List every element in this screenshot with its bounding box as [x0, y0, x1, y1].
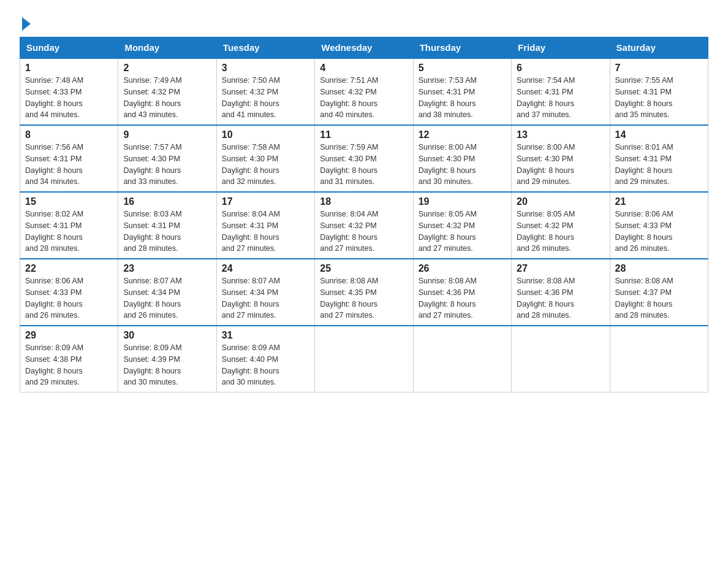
weekday-header-friday: Friday	[512, 37, 610, 59]
day-info: Sunrise: 7:55 AMSunset: 4:31 PMDaylight:…	[615, 75, 703, 121]
day-info: Sunrise: 8:03 AMSunset: 4:31 PMDaylight:…	[123, 209, 211, 255]
day-info: Sunrise: 8:06 AMSunset: 4:33 PMDaylight:…	[25, 275, 113, 321]
day-number: 16	[123, 196, 211, 207]
page-header	[20, 15, 708, 31]
day-number: 5	[419, 63, 506, 74]
calendar-body: 1 Sunrise: 7:48 AMSunset: 4:33 PMDayligh…	[20, 58, 708, 393]
day-info: Sunrise: 8:05 AMSunset: 4:32 PMDaylight:…	[419, 209, 506, 255]
day-info: Sunrise: 8:01 AMSunset: 4:31 PMDaylight:…	[615, 142, 703, 188]
weekday-header-monday: Monday	[118, 37, 216, 59]
calendar-cell: 31 Sunrise: 8:09 AMSunset: 4:40 PMDaylig…	[216, 326, 314, 393]
day-number: 13	[517, 129, 604, 140]
day-number: 2	[123, 63, 211, 74]
day-number: 19	[419, 196, 506, 207]
calendar-cell: 24 Sunrise: 8:07 AMSunset: 4:34 PMDaylig…	[216, 259, 314, 326]
day-number: 20	[517, 196, 604, 207]
day-number: 22	[25, 263, 113, 274]
calendar-cell: 6 Sunrise: 7:54 AMSunset: 4:31 PMDayligh…	[512, 58, 610, 125]
calendar-week-3: 15 Sunrise: 8:02 AMSunset: 4:31 PMDaylig…	[20, 192, 708, 259]
calendar-cell: 12 Sunrise: 8:00 AMSunset: 4:30 PMDaylig…	[413, 125, 511, 192]
day-number: 23	[123, 263, 211, 274]
calendar-cell: 30 Sunrise: 8:09 AMSunset: 4:39 PMDaylig…	[118, 326, 216, 393]
day-info: Sunrise: 8:08 AMSunset: 4:37 PMDaylight:…	[615, 275, 703, 321]
calendar-week-5: 29 Sunrise: 8:09 AMSunset: 4:38 PMDaylig…	[20, 326, 708, 393]
day-info: Sunrise: 7:53 AMSunset: 4:31 PMDaylight:…	[419, 75, 506, 121]
day-info: Sunrise: 8:09 AMSunset: 4:40 PMDaylight:…	[222, 342, 309, 388]
day-info: Sunrise: 8:06 AMSunset: 4:33 PMDaylight:…	[615, 209, 703, 255]
day-info: Sunrise: 7:56 AMSunset: 4:31 PMDaylight:…	[25, 142, 113, 188]
calendar-cell: 29 Sunrise: 8:09 AMSunset: 4:38 PMDaylig…	[20, 326, 118, 393]
calendar-header-row: SundayMondayTuesdayWednesdayThursdayFrid…	[20, 37, 708, 59]
day-number: 9	[123, 129, 211, 140]
calendar-week-1: 1 Sunrise: 7:48 AMSunset: 4:33 PMDayligh…	[20, 58, 708, 125]
day-info: Sunrise: 8:08 AMSunset: 4:36 PMDaylight:…	[419, 275, 506, 321]
weekday-header-wednesday: Wednesday	[315, 37, 413, 59]
day-info: Sunrise: 8:07 AMSunset: 4:34 PMDaylight:…	[123, 275, 211, 321]
day-info: Sunrise: 7:51 AMSunset: 4:32 PMDaylight:…	[320, 75, 408, 121]
weekday-header-sunday: Sunday	[20, 37, 118, 59]
calendar-cell: 13 Sunrise: 8:00 AMSunset: 4:30 PMDaylig…	[512, 125, 610, 192]
day-number: 18	[320, 196, 408, 207]
weekday-header-tuesday: Tuesday	[216, 37, 314, 59]
day-number: 21	[615, 196, 703, 207]
day-info: Sunrise: 8:08 AMSunset: 4:36 PMDaylight:…	[517, 275, 604, 321]
calendar-cell: 17 Sunrise: 8:04 AMSunset: 4:31 PMDaylig…	[216, 192, 314, 259]
calendar-cell: 25 Sunrise: 8:08 AMSunset: 4:35 PMDaylig…	[315, 259, 413, 326]
calendar-cell: 23 Sunrise: 8:07 AMSunset: 4:34 PMDaylig…	[118, 259, 216, 326]
calendar-cell: 16 Sunrise: 8:03 AMSunset: 4:31 PMDaylig…	[118, 192, 216, 259]
calendar-week-2: 8 Sunrise: 7:56 AMSunset: 4:31 PMDayligh…	[20, 125, 708, 192]
calendar-cell: 1 Sunrise: 7:48 AMSunset: 4:33 PMDayligh…	[20, 58, 118, 125]
calendar-cell	[413, 326, 511, 393]
day-number: 15	[25, 196, 113, 207]
calendar-cell: 19 Sunrise: 8:05 AMSunset: 4:32 PMDaylig…	[413, 192, 511, 259]
day-number: 14	[615, 129, 703, 140]
day-info: Sunrise: 8:09 AMSunset: 4:38 PMDaylight:…	[25, 342, 113, 388]
day-info: Sunrise: 7:57 AMSunset: 4:30 PMDaylight:…	[123, 142, 211, 188]
day-number: 25	[320, 263, 408, 274]
day-info: Sunrise: 7:48 AMSunset: 4:33 PMDaylight:…	[25, 75, 113, 121]
calendar-cell: 26 Sunrise: 8:08 AMSunset: 4:36 PMDaylig…	[413, 259, 511, 326]
day-number: 10	[222, 129, 309, 140]
day-number: 7	[615, 63, 703, 74]
day-info: Sunrise: 8:04 AMSunset: 4:32 PMDaylight:…	[320, 209, 408, 255]
day-number: 3	[222, 63, 309, 74]
day-number: 12	[419, 129, 506, 140]
day-info: Sunrise: 8:09 AMSunset: 4:39 PMDaylight:…	[123, 342, 211, 388]
calendar-cell: 22 Sunrise: 8:06 AMSunset: 4:33 PMDaylig…	[20, 259, 118, 326]
day-number: 26	[419, 263, 506, 274]
calendar-cell: 14 Sunrise: 8:01 AMSunset: 4:31 PMDaylig…	[610, 125, 708, 192]
day-number: 24	[222, 263, 309, 274]
day-number: 27	[517, 263, 604, 274]
calendar-cell: 10 Sunrise: 7:58 AMSunset: 4:30 PMDaylig…	[216, 125, 314, 192]
calendar-cell	[315, 326, 413, 393]
calendar-cell: 8 Sunrise: 7:56 AMSunset: 4:31 PMDayligh…	[20, 125, 118, 192]
calendar-cell: 5 Sunrise: 7:53 AMSunset: 4:31 PMDayligh…	[413, 58, 511, 125]
calendar-cell: 28 Sunrise: 8:08 AMSunset: 4:37 PMDaylig…	[610, 259, 708, 326]
logo-triangle-icon	[22, 17, 31, 31]
day-info: Sunrise: 7:50 AMSunset: 4:32 PMDaylight:…	[222, 75, 309, 121]
day-info: Sunrise: 8:00 AMSunset: 4:30 PMDaylight:…	[517, 142, 604, 188]
calendar-cell: 2 Sunrise: 7:49 AMSunset: 4:32 PMDayligh…	[118, 58, 216, 125]
weekday-header-thursday: Thursday	[413, 37, 511, 59]
day-info: Sunrise: 7:54 AMSunset: 4:31 PMDaylight:…	[517, 75, 604, 121]
day-number: 28	[615, 263, 703, 274]
calendar-cell: 3 Sunrise: 7:50 AMSunset: 4:32 PMDayligh…	[216, 58, 314, 125]
calendar-cell: 9 Sunrise: 7:57 AMSunset: 4:30 PMDayligh…	[118, 125, 216, 192]
weekday-header-saturday: Saturday	[610, 37, 708, 59]
day-number: 31	[222, 330, 309, 341]
logo	[20, 15, 31, 31]
day-number: 1	[25, 63, 113, 74]
day-info: Sunrise: 7:59 AMSunset: 4:30 PMDaylight:…	[320, 142, 408, 188]
day-info: Sunrise: 8:08 AMSunset: 4:35 PMDaylight:…	[320, 275, 408, 321]
day-number: 17	[222, 196, 309, 207]
calendar-cell: 4 Sunrise: 7:51 AMSunset: 4:32 PMDayligh…	[315, 58, 413, 125]
day-info: Sunrise: 8:00 AMSunset: 4:30 PMDaylight:…	[419, 142, 506, 188]
day-number: 8	[25, 129, 113, 140]
calendar-cell: 15 Sunrise: 8:02 AMSunset: 4:31 PMDaylig…	[20, 192, 118, 259]
calendar-table: SundayMondayTuesdayWednesdayThursdayFrid…	[20, 37, 708, 393]
calendar-cell: 27 Sunrise: 8:08 AMSunset: 4:36 PMDaylig…	[512, 259, 610, 326]
calendar-cell: 21 Sunrise: 8:06 AMSunset: 4:33 PMDaylig…	[610, 192, 708, 259]
calendar-cell	[512, 326, 610, 393]
calendar-cell: 18 Sunrise: 8:04 AMSunset: 4:32 PMDaylig…	[315, 192, 413, 259]
day-info: Sunrise: 8:02 AMSunset: 4:31 PMDaylight:…	[25, 209, 113, 255]
